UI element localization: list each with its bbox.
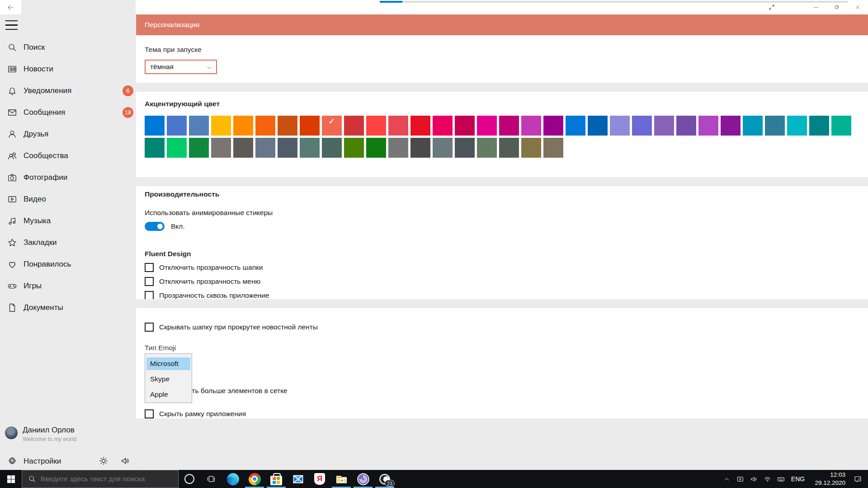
accent-swatch[interactable] xyxy=(300,138,320,158)
hide-frame-checkbox[interactable] xyxy=(145,409,154,418)
sidebar-item-people[interactable]: Сообщества xyxy=(0,145,135,167)
theme-dropdown[interactable]: тёмная xyxy=(145,60,217,74)
accent-swatch[interactable] xyxy=(632,116,652,136)
sidebar-item-news[interactable]: Новости xyxy=(0,58,135,80)
sidebar-item-document[interactable]: Документы xyxy=(0,297,135,319)
accent-swatch[interactable] xyxy=(543,116,563,136)
accent-swatch[interactable] xyxy=(765,116,785,136)
accent-swatch[interactable] xyxy=(721,116,741,136)
accent-swatch[interactable] xyxy=(499,116,519,136)
accent-swatch[interactable] xyxy=(189,138,209,158)
accent-swatch[interactable] xyxy=(566,116,585,136)
taskbar-app-cortana[interactable] xyxy=(179,470,200,488)
avatar[interactable] xyxy=(5,427,18,439)
accent-swatch[interactable] xyxy=(278,116,297,136)
emoji-option-skype[interactable]: Skype xyxy=(146,373,190,385)
taskbar-app-mailapp[interactable] xyxy=(287,470,309,488)
settings-label[interactable]: Настройки xyxy=(24,457,61,466)
hide-header-checkbox[interactable] xyxy=(145,323,154,332)
accent-swatch[interactable] xyxy=(388,116,408,136)
sidebar-item-mail[interactable]: Сообщения18 xyxy=(0,102,135,123)
accent-swatch[interactable] xyxy=(809,116,829,136)
accent-swatch[interactable] xyxy=(477,116,497,136)
accent-swatch[interactable] xyxy=(543,138,563,158)
accent-swatch[interactable] xyxy=(610,116,630,136)
accent-swatch[interactable] xyxy=(344,138,364,158)
accent-swatch[interactable] xyxy=(477,138,497,158)
sidebar-item-person[interactable]: Друзья xyxy=(0,123,135,145)
emoji-option-apple[interactable]: Apple xyxy=(146,388,190,401)
accent-swatch[interactable] xyxy=(189,116,209,136)
taskbar-app-yandex[interactable]: Я xyxy=(309,470,330,488)
sidebar-item-camera[interactable]: Фотографии xyxy=(0,167,135,188)
taskbar-app-edge[interactable] xyxy=(222,470,244,488)
sidebar-item-gamepad[interactable]: Игры xyxy=(0,275,135,297)
accent-swatch[interactable] xyxy=(145,138,165,158)
accent-swatch[interactable] xyxy=(211,138,231,158)
taskbar-app-chrome[interactable] xyxy=(244,470,265,488)
volume-icon[interactable] xyxy=(120,456,130,466)
back-button[interactable] xyxy=(0,0,21,14)
brightness-icon[interactable] xyxy=(99,456,108,466)
accent-swatch[interactable] xyxy=(455,138,475,158)
animated-stickers-toggle[interactable] xyxy=(145,222,165,231)
accent-swatch[interactable] xyxy=(344,116,364,136)
action-center-button[interactable] xyxy=(847,470,868,488)
hamburger-menu-button[interactable] xyxy=(5,20,18,30)
minimize-button[interactable] xyxy=(806,0,826,14)
taskbar-app-explorer[interactable] xyxy=(330,470,352,488)
language-indicator[interactable]: ENG xyxy=(788,475,808,483)
accent-swatch[interactable] xyxy=(410,116,430,136)
search-input[interactable] xyxy=(41,475,172,483)
accent-swatch[interactable]: ✓ xyxy=(322,116,342,136)
taskbar-search[interactable] xyxy=(22,470,179,488)
taskbar-app-taskview[interactable] xyxy=(200,470,222,488)
taskbar-app-bittorrent[interactable] xyxy=(352,470,374,488)
accent-swatch[interactable] xyxy=(521,116,541,136)
accent-swatch[interactable] xyxy=(366,138,386,158)
keyboard-icon[interactable] xyxy=(774,470,788,488)
fluent-checkbox[interactable] xyxy=(145,277,154,286)
volume-icon[interactable] xyxy=(747,470,760,488)
sidebar-item-video[interactable]: Видео xyxy=(0,188,135,210)
accent-swatch[interactable] xyxy=(167,116,187,136)
sidebar-item-bell[interactable]: Уведомления6 xyxy=(0,80,135,102)
fullscreen-button[interactable] xyxy=(761,0,782,14)
accent-swatch[interactable] xyxy=(787,116,807,136)
chevron-up-icon[interactable] xyxy=(720,470,733,488)
accent-swatch[interactable] xyxy=(676,116,696,136)
accent-swatch[interactable] xyxy=(300,116,320,136)
accent-swatch[interactable] xyxy=(255,138,275,158)
fluent-checkbox[interactable] xyxy=(145,291,154,300)
restore-button[interactable] xyxy=(826,0,847,14)
accent-swatch[interactable] xyxy=(433,138,453,158)
display-icon[interactable] xyxy=(733,470,747,488)
gear-icon[interactable] xyxy=(7,456,17,466)
sidebar-item-music[interactable]: Музыка xyxy=(0,210,135,232)
accent-swatch[interactable] xyxy=(743,116,763,136)
accent-swatch[interactable] xyxy=(366,116,386,136)
accent-swatch[interactable] xyxy=(388,138,408,158)
accent-swatch[interactable] xyxy=(499,138,519,158)
accent-swatch[interactable] xyxy=(145,116,165,136)
accent-swatch[interactable] xyxy=(521,138,541,158)
accent-swatch[interactable] xyxy=(322,138,342,158)
accent-swatch[interactable] xyxy=(211,116,231,136)
accent-swatch[interactable] xyxy=(278,138,297,158)
accent-swatch[interactable] xyxy=(255,116,275,136)
accent-swatch[interactable] xyxy=(167,138,187,158)
accent-swatch[interactable] xyxy=(654,116,674,136)
accent-swatch[interactable] xyxy=(433,116,453,136)
sidebar-item-search[interactable]: Поиск xyxy=(0,37,135,58)
accent-swatch[interactable] xyxy=(233,138,253,158)
sidebar-item-star[interactable]: Закладки xyxy=(0,232,135,253)
sidebar-item-heart[interactable]: Понравилось xyxy=(0,253,135,275)
wifi-icon[interactable] xyxy=(760,470,774,488)
accent-swatch[interactable] xyxy=(698,116,718,136)
accent-swatch[interactable] xyxy=(455,116,475,136)
accent-swatch[interactable] xyxy=(831,116,851,136)
emoji-option-microsoft[interactable]: Microsoft xyxy=(146,357,190,370)
accent-swatch[interactable] xyxy=(588,116,608,136)
fluent-checkbox[interactable] xyxy=(145,263,154,272)
taskbar-app-badgeapp[interactable]: 23 xyxy=(374,470,396,488)
